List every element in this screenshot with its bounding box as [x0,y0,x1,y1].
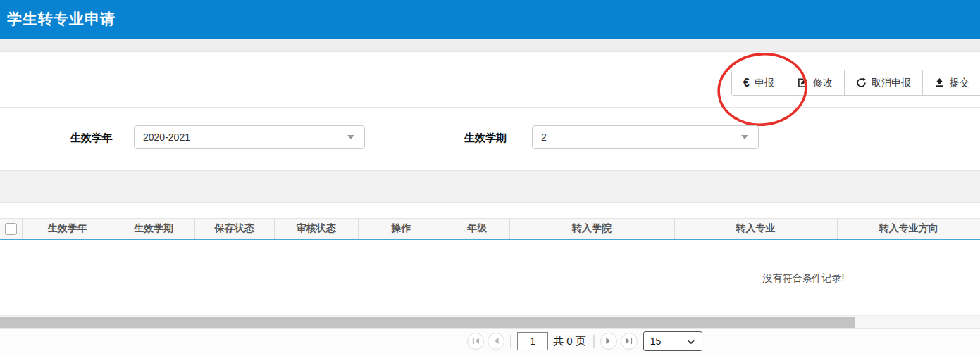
select-all-checkbox[interactable] [5,223,17,235]
horizontal-scrollbar-thumb[interactable] [0,317,855,328]
table-header-row: 生效学年 生效学期 保存状态 审核状态 操作 年级 转入学院 转入专业 转入专业… [0,219,980,239]
column-header-review-status: 审核状态 [274,219,358,239]
cancel-declare-button-label: 取消申报 [872,77,911,89]
chevron-down-icon [347,135,354,139]
refresh-icon [856,77,867,88]
cancel-declare-button[interactable]: 取消申报 [844,70,922,95]
results-table: 生效学年 生效学期 保存状态 审核状态 操作 年级 转入学院 转入专业 转入专业… [0,218,980,240]
prev-page-icon [492,336,500,347]
column-header-grade: 年级 [445,219,509,239]
toolbar-gray-band [0,170,980,203]
prev-page-button[interactable] [488,333,504,350]
toolbar-divider [0,107,980,108]
column-header-target-major: 转入专业 [674,219,837,239]
column-header-target-major-direction: 转入专业方向 [837,219,980,239]
effective-year-label: 生效学年 [70,132,113,145]
total-pages-label: 共 0 页 [553,335,586,348]
chevron-down-icon [741,135,748,139]
column-header-effective-year: 生效学年 [22,219,113,239]
declare-button-label: 申报 [755,77,774,89]
chevron-down-icon [687,336,695,347]
edit-button[interactable]: 修改 [786,70,844,95]
page: 学生转专业申请 € 申报 修改 取消申报 提交 [0,0,980,356]
select-all-cell [0,219,22,239]
effective-year-select[interactable]: 2020-2021 [134,125,365,149]
first-page-icon [472,336,480,347]
page-number-input[interactable] [517,332,548,350]
title-bar: 学生转专业申请 [0,0,980,39]
column-header-actions: 操作 [358,219,445,239]
first-page-button[interactable] [467,333,484,350]
pager-divider [593,335,595,348]
submit-button-label: 提交 [950,77,969,89]
column-header-effective-term: 生效学期 [113,219,194,239]
declare-euro-icon: € [743,77,750,89]
pager-divider [510,335,511,348]
last-page-button[interactable] [621,333,638,350]
toolbar: € 申报 修改 取消申报 提交 [731,70,980,96]
next-page-button[interactable] [600,333,617,350]
page-title: 学生转专业申请 [0,0,980,29]
effective-year-value: 2020-2021 [143,132,190,143]
upload-icon [934,77,945,88]
page-size-value: 15 [650,336,662,347]
header-substrip [0,39,980,52]
page-size-select[interactable]: 15 [643,331,702,351]
edit-button-label: 修改 [813,77,833,89]
horizontal-scrollbar-track[interactable] [0,315,980,329]
column-header-target-college: 转入学院 [509,219,674,239]
next-page-icon [605,336,612,347]
effective-term-select[interactable]: 2 [532,125,759,149]
empty-records-message: 没有符合条件记录! [752,272,855,285]
last-page-icon [625,336,633,347]
pagination: 共 0 页 15 [467,331,702,352]
effective-term-value: 2 [541,132,547,143]
submit-button[interactable]: 提交 [922,70,980,95]
effective-term-label: 生效学期 [464,132,507,145]
column-header-save-status: 保存状态 [194,219,274,239]
declare-button[interactable]: € 申报 [732,70,786,95]
edit-icon [798,77,808,88]
